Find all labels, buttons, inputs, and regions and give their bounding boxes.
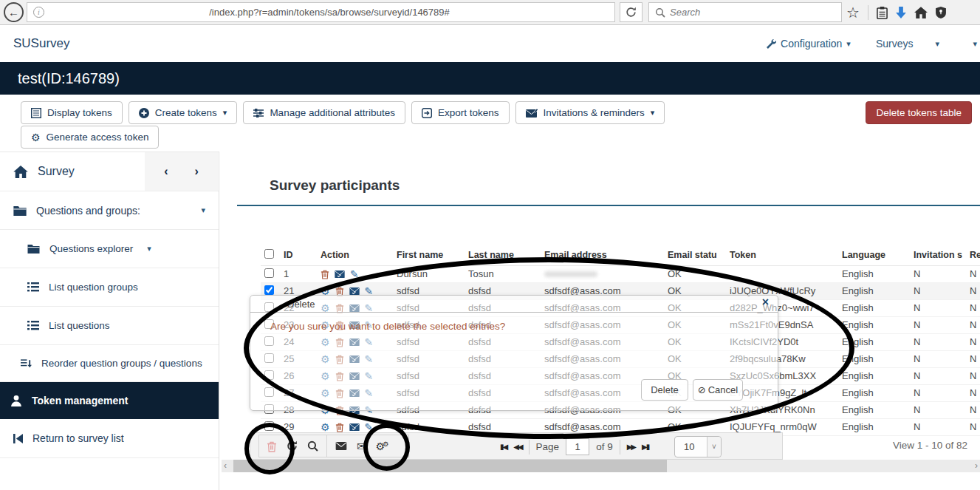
page-label: Page xyxy=(536,441,560,452)
sidebar-item-reorder[interactable]: Reorder question groups / questions xyxy=(0,345,219,382)
invitations-reminders-button[interactable]: Invitations & reminders ▾ xyxy=(515,101,665,124)
row-checkbox[interactable] xyxy=(264,268,274,278)
row-checkbox[interactable] xyxy=(264,285,274,295)
browser-search[interactable] xyxy=(648,2,842,22)
survey-toolbar: Display tokens Create tokens ▾ Manage ad… xyxy=(0,95,980,152)
display-tokens-label: Display tokens xyxy=(47,107,112,118)
sidebar-item-questions-and-groups[interactable]: Questions and groups: ▾ xyxy=(0,191,219,230)
chevron-right-icon[interactable]: › xyxy=(195,165,199,178)
cell-reminder: N xyxy=(966,418,980,435)
col-reminder[interactable]: Re xyxy=(966,245,980,265)
menu-configuration[interactable]: Configuration ▾ xyxy=(766,38,851,50)
export-tokens-button[interactable]: Export tokens xyxy=(411,101,510,124)
horizontal-scrollbar[interactable]: ‹ › xyxy=(222,460,980,472)
pager-separator xyxy=(529,440,530,455)
back-button[interactable]: ← xyxy=(4,2,24,22)
first-page-icon[interactable]: ▮◀ xyxy=(500,443,507,451)
col-email-status[interactable]: Email statu xyxy=(664,245,726,265)
next-page-icon[interactable]: ▶▶ xyxy=(627,443,635,451)
header-extra-menu-caret[interactable]: ▾ xyxy=(973,25,977,62)
generate-access-token-button[interactable]: ⚙ Generate access token xyxy=(21,126,159,149)
prev-page-icon[interactable]: ◀◀ xyxy=(513,443,521,451)
cell-reminder: N xyxy=(966,350,980,367)
envelope-filled-icon[interactable] xyxy=(335,442,347,450)
col-last-name[interactable]: Last name xyxy=(465,245,541,265)
site-info-icon[interactable]: i xyxy=(33,7,44,18)
sidebar-item-questions-explorer[interactable]: Questions explorer ▾ xyxy=(0,230,219,268)
search-icon[interactable] xyxy=(307,440,318,452)
page-size-value: 10 xyxy=(675,441,707,452)
pager-navigation: ▮◀ ◀◀ Page of 9 ▶▶ ▶▮ xyxy=(500,433,648,460)
col-id[interactable]: ID xyxy=(280,245,317,265)
page-number-input[interactable] xyxy=(566,438,589,455)
menu-surveys[interactable]: Surveys ▾ xyxy=(876,38,939,50)
trash-icon[interactable] xyxy=(335,422,344,432)
sidebar-item-list-questions-label: List questions xyxy=(49,320,110,331)
cell-reminder: N xyxy=(966,333,980,350)
chevron-down-icon: ▾ xyxy=(935,39,939,49)
pencil-icon[interactable]: ✎ xyxy=(350,269,359,279)
create-tokens-button[interactable]: Create tokens ▾ xyxy=(129,101,238,124)
app-root: ← i ☆ SUSurvey Configuration ▾ xyxy=(0,0,980,490)
scroll-left-icon[interactable]: ‹ xyxy=(224,460,227,471)
envelope-icon[interactable] xyxy=(349,423,360,431)
generate-access-token-label: Generate access token xyxy=(47,132,149,143)
gears-icon[interactable]: ⚙⚙ xyxy=(376,441,387,452)
pencil-icon[interactable]: ✎ xyxy=(365,422,374,432)
manage-attributes-button[interactable]: Manage additional attributes xyxy=(243,101,405,124)
envelope-icon[interactable] xyxy=(349,287,360,295)
export-icon xyxy=(422,108,432,118)
display-tokens-button[interactable]: Display tokens xyxy=(21,101,123,124)
bookmark-star-icon[interactable]: ☆ xyxy=(846,5,860,20)
reading-list-icon[interactable] xyxy=(877,7,888,19)
skip-back-icon xyxy=(13,434,23,443)
scroll-right-icon[interactable]: › xyxy=(975,460,978,471)
browser-action-icons: ☆ xyxy=(846,0,946,25)
shield-icon[interactable] xyxy=(936,7,946,18)
sidebar-item-survey[interactable]: Survey ‹ › xyxy=(0,152,219,191)
sidebar-item-token-management[interactable]: Token management xyxy=(0,382,219,419)
dialog-cancel-button[interactable]: ⊘ Cancel xyxy=(693,379,743,401)
pager-separator xyxy=(326,435,327,457)
col-language[interactable]: Language xyxy=(838,245,910,265)
downloads-icon[interactable] xyxy=(896,7,906,18)
scrollbar-thumb[interactable] xyxy=(233,460,667,472)
chevron-down-icon: ▾ xyxy=(147,244,151,253)
delete-tokens-table-button[interactable]: Delete tokens table xyxy=(866,101,972,124)
chevron-down-icon[interactable]: ▾ xyxy=(201,205,205,215)
close-icon[interactable]: × xyxy=(762,296,769,309)
list-icon xyxy=(27,282,39,292)
sidebar-item-list-question-groups[interactable]: List question groups xyxy=(0,268,219,307)
chevron-left-icon[interactable]: ‹ xyxy=(164,165,168,178)
sidebar-collapse-controls: ‹ › xyxy=(145,152,218,191)
envelope-icon[interactable] xyxy=(335,270,345,278)
row-checkbox[interactable] xyxy=(264,421,274,431)
url-input[interactable] xyxy=(44,7,614,18)
col-invitation[interactable]: Invitation s xyxy=(910,245,966,265)
grid-pager: ✉ ⚙⚙ ▮◀ ◀◀ Page of 9 ▶▶ ▶▮ 10 ˅ xyxy=(250,432,783,460)
reload-button[interactable] xyxy=(620,2,643,22)
col-first-name[interactable]: First name xyxy=(393,245,465,265)
refresh-icon[interactable] xyxy=(287,440,298,452)
gear-icon[interactable]: ⚙ xyxy=(321,422,330,432)
select-all-checkbox[interactable] xyxy=(264,249,274,259)
col-email[interactable]: Email address xyxy=(541,245,664,265)
search-input[interactable] xyxy=(670,7,841,18)
dialog-delete-button[interactable]: Delete xyxy=(641,379,688,401)
delete-dialog: Delete × Are you sure you want to delete… xyxy=(250,295,778,411)
dialog-cancel-label: Cancel xyxy=(708,384,738,395)
envelope-outline-icon[interactable]: ✉ xyxy=(357,440,366,452)
trash-icon[interactable] xyxy=(321,269,329,279)
sidebar-item-questions-explorer-label: Questions explorer xyxy=(49,243,133,254)
last-page-icon[interactable]: ▶▮ xyxy=(642,443,648,451)
col-token[interactable]: Token xyxy=(726,245,838,265)
page-size-select[interactable]: 10 ˅ xyxy=(674,436,722,457)
pager-separator xyxy=(620,440,620,455)
home-icon[interactable] xyxy=(914,7,928,18)
sidebar-item-list-questions[interactable]: List questions xyxy=(0,307,219,345)
brand-logo[interactable]: SUSurvey xyxy=(13,25,70,62)
address-bar[interactable]: i xyxy=(27,2,615,22)
sidebar-item-return-to-survey-list[interactable]: Return to survey list xyxy=(0,419,219,458)
trash-icon[interactable] xyxy=(267,440,277,452)
sidebar-item-return-to-survey-list-label: Return to survey list xyxy=(32,432,124,444)
